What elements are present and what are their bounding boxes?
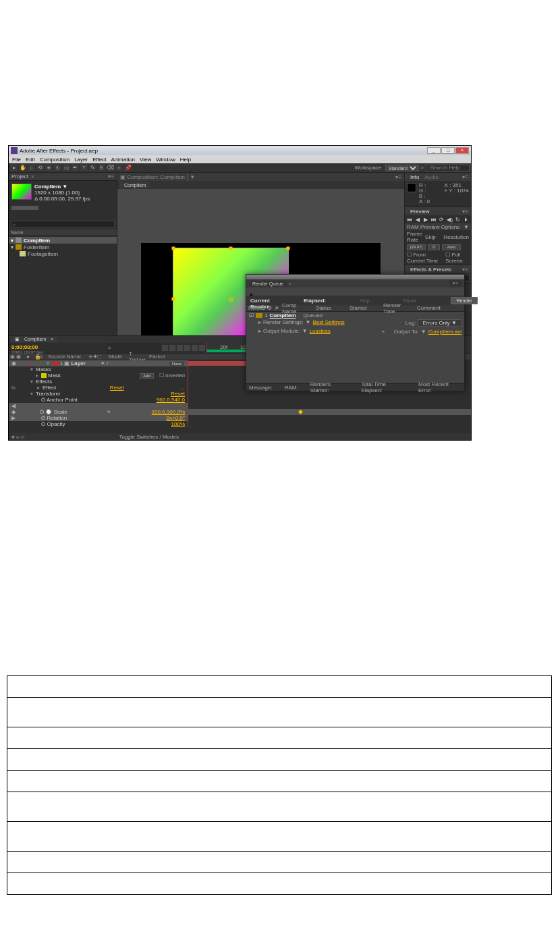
- preview-tab[interactable]: Preview: [408, 209, 432, 215]
- clone-tool-icon[interactable]: ⎘: [98, 164, 105, 171]
- next-frame-icon[interactable]: ⏭: [431, 217, 437, 223]
- puppet-tool-icon[interactable]: 📌: [124, 164, 132, 171]
- menu-layer[interactable]: Layer: [74, 157, 88, 163]
- tl-tool-icon[interactable]: [192, 345, 198, 351]
- anchor-prop[interactable]: Ö Anchor Point960.0,540.0: [9, 397, 471, 403]
- pen-tool-icon[interactable]: ✒: [72, 164, 79, 171]
- menu-window[interactable]: Window: [156, 157, 175, 163]
- menu-view[interactable]: View: [140, 157, 151, 163]
- menu-composition[interactable]: Composition: [40, 157, 69, 163]
- rotation-prop[interactable]: Ö Rotation0x+0.0°: [9, 415, 471, 421]
- viewer-breadcrumb[interactable]: ▣ Composition: CompItem │▼: [120, 174, 195, 180]
- search-help-input[interactable]: ⌕ Search Help: [426, 165, 470, 171]
- rq-item-checkbox[interactable]: ☑: [249, 312, 254, 318]
- menu-edit[interactable]: Edit: [26, 157, 35, 163]
- rq-status: Queued: [304, 312, 323, 318]
- render-queue-window[interactable]: Render Queue×▾≡ ▸ Current Render Elapsed…: [246, 274, 465, 391]
- pan-behind-tool-icon[interactable]: ⎋: [54, 164, 61, 171]
- parent-dropdown[interactable]: None: [169, 361, 185, 366]
- rect-tool-icon[interactable]: ▭: [63, 164, 70, 171]
- rq-renders-started: Renders Started:: [310, 381, 349, 393]
- comp-name[interactable]: CompItem ▼: [34, 184, 67, 190]
- tl-tool-icon[interactable]: [184, 345, 190, 351]
- rq-recent-error: Most Recent Error:: [418, 381, 461, 393]
- rq-titlebar[interactable]: [246, 275, 464, 279]
- close-panel-icon[interactable]: ×: [31, 173, 34, 179]
- prev-frame-icon[interactable]: ◀: [415, 217, 421, 223]
- titlebar[interactable]: Adobe After Effects - Project.aep _ □ ×: [9, 146, 471, 155]
- project-header-name[interactable]: Name: [9, 229, 117, 236]
- output-module-link[interactable]: Lossless: [310, 328, 331, 335]
- comp-tab[interactable]: CompItem: [120, 182, 150, 188]
- comp-thumbnail: [11, 184, 32, 200]
- resolution-input[interactable]: Auto: [442, 244, 461, 250]
- close-button[interactable]: ×: [455, 147, 469, 154]
- log-dropdown[interactable]: Errors Only ▼: [418, 319, 461, 327]
- menubar: File Edit Composition Layer Effect Anima…: [9, 155, 471, 163]
- timeline-timecode[interactable]: 0;00;00;00: [11, 344, 104, 350]
- hand-tool-icon[interactable]: ✋: [19, 164, 26, 171]
- document-table: [7, 675, 552, 895]
- output-to-link[interactable]: CompItem.avi: [428, 329, 461, 335]
- roto-tool-icon[interactable]: ⟐: [115, 164, 123, 171]
- tl-tool-icon[interactable]: [169, 345, 175, 351]
- comp-icon: [16, 238, 22, 243]
- add-output-icon[interactable]: ＋: [381, 328, 386, 335]
- zoom-tool-icon[interactable]: ⌕: [28, 164, 35, 171]
- menu-file[interactable]: File: [12, 157, 21, 163]
- eraser-tool-icon[interactable]: ⌫: [107, 164, 114, 171]
- render-button[interactable]: Render: [451, 297, 478, 304]
- rotate-tool-icon[interactable]: ⟲: [36, 164, 44, 171]
- minimize-button[interactable]: _: [427, 147, 441, 154]
- effects-tab[interactable]: Effects & Presets: [408, 267, 454, 273]
- framerate-input[interactable]: (29.97): [407, 244, 426, 250]
- rq-item[interactable]: ☑ 1 CompItem Queued ▸Render Settings: ▼B…: [246, 312, 464, 337]
- selection-tool-icon[interactable]: ▸: [10, 164, 18, 171]
- mask-mode-dropdown[interactable]: Add: [140, 373, 154, 379]
- project-search[interactable]: ⌕: [11, 221, 115, 228]
- audio-tab[interactable]: Audio: [422, 174, 441, 180]
- brush-tool-icon[interactable]: ✎: [89, 164, 96, 171]
- color-swatch: [407, 183, 416, 192]
- workspace-select[interactable]: Standard: [385, 165, 419, 171]
- menu-effect[interactable]: Effect: [92, 157, 106, 163]
- project-item-folder[interactable]: ▾FolderItem: [9, 244, 117, 250]
- ram-options-header[interactable]: RAM Preview Options▼: [405, 223, 471, 230]
- play-icon[interactable]: ▶: [423, 217, 429, 223]
- ram-preview-icon[interactable]: ⏵: [463, 217, 469, 223]
- project-item-comp[interactable]: ▾CompItem: [9, 237, 117, 244]
- label-swatch: [11, 206, 38, 210]
- render-settings-link[interactable]: Best Settings: [313, 319, 345, 327]
- rq-message: Message:: [249, 385, 273, 391]
- loop-icon[interactable]: ↻: [455, 217, 461, 223]
- project-item-footage[interactable]: FootageItem: [9, 250, 117, 257]
- toggle-switches-button[interactable]: Toggle Switches / Modes: [119, 434, 179, 440]
- mute-icon[interactable]: ◀): [447, 217, 453, 223]
- skip-input[interactable]: 0: [428, 244, 440, 250]
- type-tool-icon[interactable]: T: [80, 164, 88, 171]
- maximize-button[interactable]: □: [441, 147, 455, 154]
- project-tab[interactable]: Project: [11, 173, 28, 179]
- preview-panel: Preview▾≡ ⏮ ◀ ▶ ⏭ ⟳ ◀) ↻ ⏵ RAM Preview O…: [405, 207, 471, 265]
- scale-prop[interactable]: ◀ ◆ ▶Ö ⌚ Scale⚭100.0,100.0%: [9, 409, 471, 415]
- tl-tool-icon[interactable]: [162, 345, 168, 351]
- menu-help[interactable]: Help: [180, 157, 191, 163]
- timeline-tab[interactable]: ▣ CompItem ×: [11, 337, 57, 342]
- panel-menu-icon[interactable]: ▾≡: [108, 173, 114, 179]
- last-frame-icon[interactable]: ⟳: [439, 217, 445, 223]
- fullscreen-checkbox[interactable]: ☐ Full Screen: [445, 252, 469, 264]
- keyframe-icon[interactable]: [298, 410, 303, 414]
- rq-tab[interactable]: Render Queue: [249, 281, 287, 287]
- panel-menu-icon[interactable]: ▾≡: [395, 174, 401, 180]
- first-frame-icon[interactable]: ⏮: [407, 217, 413, 223]
- opacity-prop[interactable]: Ö Opacity100%: [9, 421, 471, 427]
- info-panel: InfoAudio▾≡ R : G : B : A : 0 X : 351 + …: [405, 173, 471, 207]
- footage-icon: [20, 251, 26, 256]
- from-current-checkbox[interactable]: ☐ From Current Time: [407, 252, 443, 264]
- tl-tool-icon[interactable]: [199, 345, 205, 351]
- workspace-label: Workspace:: [354, 165, 383, 171]
- menu-animation[interactable]: Animation: [111, 157, 135, 163]
- tl-tool-icon[interactable]: [177, 345, 183, 351]
- camera-tool-icon[interactable]: ⎈: [45, 164, 53, 171]
- info-tab[interactable]: Info: [408, 174, 422, 180]
